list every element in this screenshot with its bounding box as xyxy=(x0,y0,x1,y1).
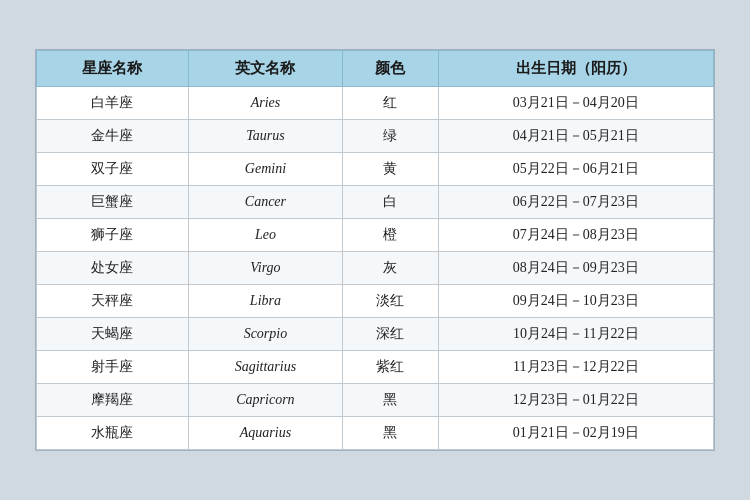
table-row: 处女座Virgo灰08月24日－09月23日 xyxy=(37,252,714,285)
header-date: 出生日期（阳历） xyxy=(438,51,713,87)
header-chinese-name: 星座名称 xyxy=(37,51,189,87)
cell-english-name: Gemini xyxy=(188,153,342,186)
cell-color: 淡红 xyxy=(343,285,439,318)
cell-color: 黑 xyxy=(343,384,439,417)
table-row: 天蝎座Scorpio深红10月24日－11月22日 xyxy=(37,318,714,351)
table-row: 射手座Sagittarius紫红11月23日－12月22日 xyxy=(37,351,714,384)
cell-chinese-name: 白羊座 xyxy=(37,87,189,120)
header-color: 颜色 xyxy=(343,51,439,87)
cell-english-name: Sagittarius xyxy=(188,351,342,384)
cell-english-name: Leo xyxy=(188,219,342,252)
table-row: 摩羯座Capricorn黑12月23日－01月22日 xyxy=(37,384,714,417)
cell-chinese-name: 巨蟹座 xyxy=(37,186,189,219)
cell-chinese-name: 天蝎座 xyxy=(37,318,189,351)
cell-color: 红 xyxy=(343,87,439,120)
cell-date: 10月24日－11月22日 xyxy=(438,318,713,351)
cell-english-name: Cancer xyxy=(188,186,342,219)
cell-english-name: Scorpio xyxy=(188,318,342,351)
cell-chinese-name: 金牛座 xyxy=(37,120,189,153)
cell-date: 08月24日－09月23日 xyxy=(438,252,713,285)
table-row: 双子座Gemini黄05月22日－06月21日 xyxy=(37,153,714,186)
cell-color: 黑 xyxy=(343,417,439,450)
cell-date: 06月22日－07月23日 xyxy=(438,186,713,219)
table-row: 白羊座Aries红03月21日－04月20日 xyxy=(37,87,714,120)
cell-color: 灰 xyxy=(343,252,439,285)
cell-chinese-name: 水瓶座 xyxy=(37,417,189,450)
cell-color: 白 xyxy=(343,186,439,219)
table-body: 白羊座Aries红03月21日－04月20日金牛座Taurus绿04月21日－0… xyxy=(37,87,714,450)
cell-chinese-name: 摩羯座 xyxy=(37,384,189,417)
cell-date: 04月21日－05月21日 xyxy=(438,120,713,153)
cell-english-name: Virgo xyxy=(188,252,342,285)
cell-chinese-name: 双子座 xyxy=(37,153,189,186)
table-row: 水瓶座Aquarius黑01月21日－02月19日 xyxy=(37,417,714,450)
cell-color: 橙 xyxy=(343,219,439,252)
cell-color: 深红 xyxy=(343,318,439,351)
table-row: 狮子座Leo橙07月24日－08月23日 xyxy=(37,219,714,252)
table-row: 巨蟹座Cancer白06月22日－07月23日 xyxy=(37,186,714,219)
cell-english-name: Libra xyxy=(188,285,342,318)
cell-date: 01月21日－02月19日 xyxy=(438,417,713,450)
cell-english-name: Capricorn xyxy=(188,384,342,417)
header-english-name: 英文名称 xyxy=(188,51,342,87)
cell-chinese-name: 处女座 xyxy=(37,252,189,285)
cell-date: 07月24日－08月23日 xyxy=(438,219,713,252)
table-row: 金牛座Taurus绿04月21日－05月21日 xyxy=(37,120,714,153)
cell-date: 11月23日－12月22日 xyxy=(438,351,713,384)
cell-english-name: Aquarius xyxy=(188,417,342,450)
cell-date: 09月24日－10月23日 xyxy=(438,285,713,318)
cell-date: 05月22日－06月21日 xyxy=(438,153,713,186)
cell-english-name: Aries xyxy=(188,87,342,120)
table-header-row: 星座名称 英文名称 颜色 出生日期（阳历） xyxy=(37,51,714,87)
cell-chinese-name: 射手座 xyxy=(37,351,189,384)
cell-color: 紫红 xyxy=(343,351,439,384)
cell-color: 黄 xyxy=(343,153,439,186)
cell-color: 绿 xyxy=(343,120,439,153)
table-row: 天秤座Libra淡红09月24日－10月23日 xyxy=(37,285,714,318)
cell-chinese-name: 狮子座 xyxy=(37,219,189,252)
cell-chinese-name: 天秤座 xyxy=(37,285,189,318)
cell-date: 03月21日－04月20日 xyxy=(438,87,713,120)
zodiac-table-container: 星座名称 英文名称 颜色 出生日期（阳历） 白羊座Aries红03月21日－04… xyxy=(35,49,715,451)
cell-english-name: Taurus xyxy=(188,120,342,153)
cell-date: 12月23日－01月22日 xyxy=(438,384,713,417)
zodiac-table: 星座名称 英文名称 颜色 出生日期（阳历） 白羊座Aries红03月21日－04… xyxy=(36,50,714,450)
